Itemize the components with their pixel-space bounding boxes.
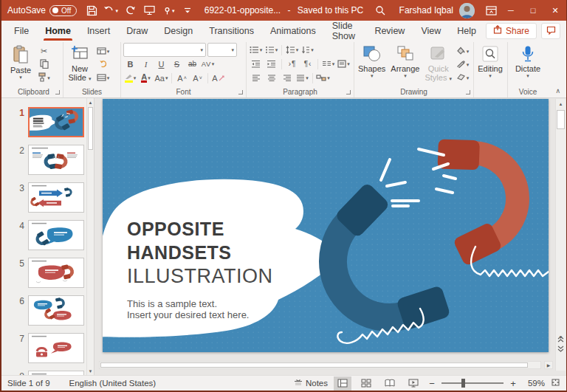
fit-to-window-button[interactable] — [551, 378, 560, 388]
shape-outline-button[interactable]: ▾ — [456, 58, 470, 71]
slide-sorter-view-button[interactable] — [357, 376, 375, 391]
section-button[interactable]: ▾ — [96, 72, 110, 84]
tab-view[interactable]: View — [413, 21, 449, 41]
language-indicator[interactable]: English (United States) — [69, 379, 157, 388]
qat-overflow-button[interactable] — [179, 1, 196, 19]
slideshow-view-button[interactable] — [405, 376, 422, 391]
shape-effects-button[interactable]: ▾ — [456, 72, 470, 84]
scroll-right-icon[interactable]: ▶ — [544, 361, 553, 369]
tab-help[interactable]: Help — [449, 21, 484, 41]
tab-transitions[interactable]: Transitions — [201, 21, 262, 41]
new-slide-button[interactable]: New Slide ▾ — [66, 43, 94, 82]
paragraph-dialog-launcher-icon[interactable] — [346, 90, 351, 94]
dictate-button[interactable]: Dictate ▾ — [514, 43, 542, 78]
comments-button[interactable] — [541, 23, 560, 39]
grow-font-button[interactable]: A˄ — [175, 72, 189, 84]
font-size-combo[interactable]: ▾ — [207, 43, 237, 57]
thumbnail-slide-7[interactable]: 7 — [1, 333, 84, 363]
collapse-ribbon-button[interactable]: ∧ — [555, 87, 560, 94]
thumbnail-slide-4[interactable]: 4 — [1, 220, 84, 250]
character-spacing-button[interactable]: AV▾ — [201, 58, 215, 70]
tab-animations[interactable]: Animations — [262, 21, 324, 41]
slide-editor[interactable]: OPPOSITE HANDSETS ILLUSTRATION This is a… — [103, 99, 549, 352]
cut-button[interactable]: ✂ — [37, 45, 51, 58]
decrease-indent-button[interactable] — [249, 58, 263, 70]
maximize-button[interactable]: □ — [522, 0, 544, 21]
tab-file[interactable]: File — [6, 21, 37, 41]
arrange-button[interactable]: Arrange ▾ — [389, 43, 421, 78]
bullets-button[interactable]: ▾ — [249, 44, 263, 56]
line-spacing-button[interactable]: ▾ — [285, 44, 299, 56]
redo-button[interactable] — [121, 1, 139, 19]
thumbnail-slide-5[interactable]: 5 — [1, 258, 84, 288]
notes-button[interactable]: Notes — [294, 379, 328, 388]
thumbnail-slide-3[interactable]: 3 — [1, 182, 84, 213]
close-button[interactable]: ✕ — [544, 0, 566, 21]
align-right-button[interactable] — [280, 72, 294, 84]
thumbnail-scrollbar-thumb[interactable] — [88, 107, 93, 150]
undo-button[interactable]: ▾ — [102, 1, 120, 19]
touch-mode-button[interactable]: ▾ — [159, 1, 177, 19]
italic-button[interactable]: I — [139, 58, 153, 70]
tab-insert[interactable]: Insert — [79, 21, 118, 41]
start-slideshow-button[interactable] — [140, 1, 158, 19]
paste-button[interactable]: Paste ▾ — [7, 43, 35, 80]
search-button[interactable] — [371, 1, 389, 19]
strikethrough-button[interactable]: S — [170, 58, 184, 70]
thumbnail-slide-1[interactable]: 1 — [1, 107, 84, 137]
vertical-scrollbar[interactable]: ▲ — [555, 99, 566, 371]
underline-button[interactable]: U — [154, 58, 168, 70]
font-color-button[interactable]: A▾ — [139, 72, 153, 84]
shape-fill-button[interactable]: ▾ — [456, 45, 470, 58]
normal-view-button[interactable] — [334, 376, 351, 391]
thumbnail-scroll-up-icon[interactable]: ▲ — [87, 98, 94, 106]
scroll-up-icon[interactable]: ▲ — [556, 99, 566, 109]
clear-formatting-button[interactable]: A — [211, 72, 225, 84]
convert-to-smartart-button[interactable]: ▾ — [316, 72, 330, 84]
editing-button[interactable]: Editing ▾ — [476, 43, 504, 78]
reading-view-button[interactable] — [381, 376, 399, 391]
horizontal-scrollbar[interactable] — [99, 361, 541, 369]
change-case-button[interactable]: Aa▾ — [154, 72, 168, 84]
rtl-direction-button[interactable]: ¶‹ — [300, 58, 315, 70]
autosave-toggle[interactable]: AutoSave Off — [7, 5, 77, 16]
minimize-button[interactable]: ─ — [500, 0, 522, 21]
tab-review[interactable]: Review — [366, 21, 413, 41]
vertical-scrollbar-thumb[interactable] — [557, 110, 565, 129]
slide-layout-button[interactable]: ▾ — [96, 45, 110, 58]
bold-button[interactable]: B — [123, 58, 137, 70]
ribbon-display-options-button[interactable] — [482, 1, 500, 19]
align-left-button[interactable] — [249, 72, 263, 84]
save-button[interactable] — [83, 1, 100, 19]
zoom-level[interactable]: 59% — [523, 379, 545, 388]
horizontal-scrollbar-thumb[interactable] — [100, 362, 528, 368]
numbering-button[interactable]: ▾ — [264, 44, 278, 56]
drawing-dialog-launcher-icon[interactable] — [466, 90, 470, 94]
columns-button[interactable]: ▾ — [321, 58, 335, 70]
zoom-in-button[interactable]: + — [509, 378, 517, 389]
font-dialog-launcher-icon[interactable] — [238, 90, 243, 94]
quick-styles-button[interactable]: Quick Styles ▾ — [423, 43, 453, 82]
slide-text-box[interactable]: OPPOSITE HANDSETS ILLUSTRATION This is a… — [127, 217, 273, 320]
format-painter-button[interactable]: ▾ — [37, 72, 51, 84]
clipboard-dialog-launcher-icon[interactable] — [55, 90, 60, 94]
tab-home[interactable]: Home — [37, 21, 79, 41]
shrink-font-button[interactable]: A˅ — [190, 72, 205, 84]
font-name-combo[interactable]: ▾ — [123, 43, 206, 57]
thumbnail-slide-8[interactable]: 8 — [1, 371, 84, 375]
align-text-button[interactable]: ▾ — [337, 58, 351, 70]
ltr-direction-button[interactable]: ›¶ — [285, 58, 299, 70]
user-name[interactable]: Farshad Iqbal — [399, 5, 453, 16]
slide-indicator[interactable]: Slide 1 of 9 — [7, 379, 50, 388]
align-center-button[interactable] — [264, 72, 278, 84]
tab-draw[interactable]: Draw — [118, 21, 156, 41]
thumbnail-scroll-down-icon[interactable]: ▼ — [87, 367, 94, 375]
text-shadow-button[interactable]: ab — [185, 58, 199, 70]
justify-button[interactable]: ▾ — [295, 72, 309, 84]
increase-indent-button[interactable] — [264, 58, 278, 70]
highlight-color-button[interactable]: ▾ — [123, 72, 137, 84]
zoom-slider-thumb[interactable] — [461, 379, 465, 388]
tab-design[interactable]: Design — [156, 21, 201, 41]
previous-slide-button[interactable] — [557, 336, 564, 343]
thumbnail-slide-2[interactable]: 2 — [1, 145, 84, 175]
